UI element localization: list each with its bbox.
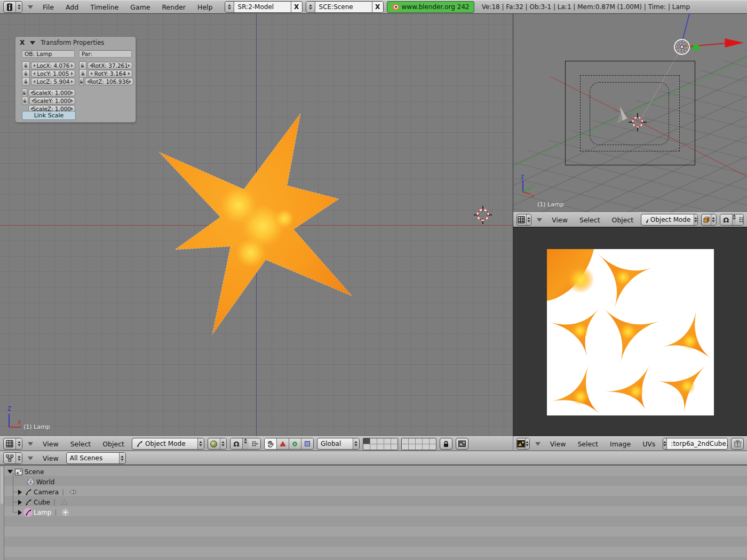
roty-field[interactable]: RotY: 3.164 <box>88 70 132 77</box>
screen-selector[interactable]: SR:2-Model X <box>225 1 303 13</box>
stepper-icon[interactable] <box>119 453 125 463</box>
draw-mode-selector[interactable] <box>701 214 716 226</box>
menu-view[interactable]: View <box>38 440 63 448</box>
camera-3d-viewport[interactable]: Z y x (1) Lamp <box>513 14 747 212</box>
draw-mode-selector[interactable] <box>208 438 227 450</box>
scene-name-field[interactable]: SCE:Scene <box>315 2 372 12</box>
menu-object[interactable]: Object <box>608 216 638 224</box>
editor-type-selector[interactable] <box>3 1 22 13</box>
lock-icon[interactable] <box>22 61 30 70</box>
outliner-row-scene[interactable]: Scene <box>7 467 44 477</box>
scale-icon[interactable] <box>301 438 313 449</box>
stepper-icon[interactable] <box>15 453 22 463</box>
texture-image[interactable] <box>547 249 714 415</box>
layer-button[interactable] <box>377 444 384 450</box>
item-label[interactable]: Scene <box>25 468 44 476</box>
menu-select[interactable]: Select <box>66 440 96 448</box>
ob-name-field[interactable]: OB: Lamp <box>22 50 75 58</box>
editor-type-selector[interactable] <box>516 214 531 226</box>
outliner-row-world[interactable]: World <box>25 477 54 487</box>
menu-game[interactable]: Game <box>126 3 154 11</box>
scene-selector[interactable]: SCE:Scene X <box>306 1 384 13</box>
locz-field[interactable]: LocZ: 5.904 <box>31 78 75 85</box>
expand-icon[interactable] <box>7 470 13 474</box>
menu-select[interactable]: Select <box>573 440 602 448</box>
stepper-icon[interactable] <box>15 2 22 12</box>
locy-field[interactable]: LocY: 1.005 <box>31 70 75 77</box>
lock-icon[interactable] <box>22 97 28 105</box>
stepper-icon[interactable] <box>694 214 697 225</box>
menu-help[interactable]: Help <box>193 3 217 11</box>
scaley-field[interactable]: ScaleY: 1.000 <box>29 97 75 105</box>
translate-icon[interactable] <box>277 438 289 449</box>
stepper-icon[interactable] <box>225 2 234 12</box>
expand-icon[interactable] <box>18 490 22 495</box>
chevron-down-icon[interactable] <box>28 442 33 446</box>
editor-type-selector[interactable] <box>516 438 530 450</box>
outliner-scrollbar[interactable] <box>0 466 4 560</box>
render-preview-icon[interactable] <box>456 438 468 450</box>
lock-icon[interactable] <box>440 438 452 450</box>
outliner-row-cube[interactable]: Cube | <box>18 497 69 507</box>
chevron-down-icon[interactable] <box>535 442 541 446</box>
rotx-field[interactable]: RotX: 37.261 <box>88 62 132 69</box>
layer-button[interactable] <box>377 438 384 444</box>
rotate-icon[interactable] <box>289 438 301 449</box>
outliner-row-camera[interactable]: Camera | <box>18 487 78 497</box>
lock-icon[interactable] <box>79 69 87 78</box>
image-selector[interactable]: :torp6a_2ndCube.tga X <box>663 438 728 450</box>
layer-button[interactable] <box>363 438 370 444</box>
stepper-icon[interactable] <box>526 214 531 225</box>
layer-button[interactable] <box>384 438 391 444</box>
mode-dropdown[interactable]: Object Mode <box>641 214 698 226</box>
scenes-dropdown[interactable]: All Scenes <box>66 452 126 464</box>
menu-view[interactable]: View <box>38 454 63 462</box>
lock-icon[interactable] <box>79 61 86 70</box>
layer-button[interactable] <box>370 438 377 444</box>
layer-button[interactable] <box>423 444 429 450</box>
menu-timeline[interactable]: Timeline <box>86 3 123 11</box>
lock-icon[interactable] <box>22 69 30 78</box>
rotation-pivot-icon[interactable]: Ω <box>231 438 243 449</box>
chevron-down-icon[interactable] <box>28 457 33 460</box>
mode-dropdown[interactable]: Object Mode <box>132 438 204 450</box>
editor-type-selector[interactable] <box>3 452 22 464</box>
layer-button[interactable] <box>416 438 422 444</box>
transform-properties-panel[interactable]: X Transform Properties OB: Lamp Par: Loc… <box>15 36 136 123</box>
menu-file[interactable]: File <box>38 3 58 11</box>
stepper-icon[interactable] <box>525 438 529 449</box>
chevron-down-icon[interactable] <box>28 5 33 9</box>
menu-view[interactable]: View <box>547 216 572 224</box>
hand-icon[interactable] <box>265 438 277 449</box>
item-label[interactable]: World <box>36 478 54 486</box>
pack-image-icon[interactable] <box>731 438 744 450</box>
manipulator-dots-icon[interactable] <box>736 214 744 225</box>
layer-button[interactable] <box>416 444 422 450</box>
rotz-field[interactable]: RotZ: 106.936 <box>85 78 133 85</box>
layer-button[interactable] <box>409 444 415 450</box>
rotation-pivot-icon[interactable]: Ω <box>720 214 733 225</box>
layer-button[interactable] <box>402 438 408 444</box>
image-name-field[interactable]: :torp6a_2ndCube.tga <box>667 438 728 449</box>
stepper-icon[interactable] <box>197 438 204 449</box>
outliner-row-lamp[interactable]: Lamp | <box>18 507 70 517</box>
panel-collapse-icon[interactable] <box>30 41 35 45</box>
layer-button[interactable] <box>430 438 436 444</box>
expand-icon[interactable] <box>18 500 22 505</box>
menu-uvs[interactable]: UVs <box>638 440 659 448</box>
panel-close-icon[interactable]: X <box>20 39 25 46</box>
layer-button[interactable] <box>402 444 408 450</box>
close-icon[interactable]: X <box>291 2 302 12</box>
close-icon[interactable]: X <box>372 2 383 12</box>
layer-button[interactable] <box>384 444 391 450</box>
layer-button[interactable] <box>391 438 398 444</box>
expand-icon[interactable] <box>18 510 22 515</box>
stepper-icon[interactable] <box>353 438 359 449</box>
item-label[interactable]: Lamp <box>34 509 51 516</box>
orientation-dropdown[interactable]: Global <box>317 438 360 450</box>
stepper-icon[interactable] <box>243 438 249 444</box>
outliner-panel[interactable]: Scene World Camera | Cube | <box>0 465 747 560</box>
lock-icon[interactable] <box>22 89 27 97</box>
scalex-field[interactable]: ScaleX: 1.000 <box>28 89 75 97</box>
stepper-icon[interactable] <box>306 2 315 12</box>
